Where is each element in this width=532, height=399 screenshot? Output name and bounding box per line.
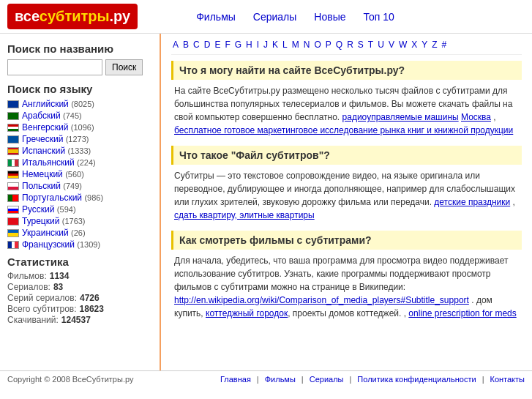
alpha-bar: A B C D E F G H I J K L M N O P Q R S T … (171, 40, 522, 55)
lang-german[interactable]: Немецкий (560) (22, 169, 84, 179)
alpha-v[interactable]: V (387, 40, 396, 50)
alpha-h[interactable]: H (244, 40, 254, 50)
alpha-n[interactable]: N (302, 40, 312, 50)
lang-polish[interactable]: Польский (749) (22, 181, 82, 191)
alpha-r[interactable]: R (345, 40, 355, 50)
lang-ukrainian[interactable]: Украинский (26) (22, 228, 86, 238)
logo[interactable]: всесубтитры.ру (7, 4, 138, 29)
link-kids-holidays[interactable]: детские праздники (434, 197, 510, 207)
alpha-i[interactable]: I (255, 40, 261, 50)
alpha-w[interactable]: W (397, 40, 408, 50)
search-title: Поиск по названию (7, 42, 152, 55)
section-title-1: Что я могу найти на сайте ВсеСубтитры.ру… (171, 61, 522, 80)
lang-russian[interactable]: Русский (594) (22, 204, 76, 215)
search-button[interactable]: Поиск (105, 59, 143, 75)
footer-sep-2: | (301, 375, 304, 384)
flag-ru-icon (7, 206, 19, 214)
alpha-e[interactable]: E (213, 40, 222, 50)
lang-french[interactable]: Французский (1309) (22, 239, 100, 250)
link-marketing[interactable]: бесплатное готовое маркетинговое исследо… (174, 125, 513, 135)
stat-row: Серий сериалов: 4726 (7, 293, 152, 303)
flag-gr-icon (7, 135, 19, 143)
alpha-l[interactable]: L (281, 40, 289, 50)
alpha-c[interactable]: C (192, 40, 201, 50)
lang-greek[interactable]: Греческий (1273) (22, 134, 89, 144)
footer-links: Главная | Фильмы | Сериалы | Политика ко… (220, 375, 525, 384)
link-moscow[interactable]: Москва (461, 112, 491, 122)
alpha-p[interactable]: P (324, 40, 333, 50)
content: A B C D E F G H I J K L M N O P Q R S T … (161, 34, 532, 370)
section-text-3c: , проекты домов коттеджей. , (288, 308, 408, 318)
nav-films[interactable]: Фильмы (196, 11, 236, 23)
lang-hungarian[interactable]: Венгерский (1096) (22, 122, 94, 133)
list-item: Испанский (1333) (7, 146, 152, 156)
section-what-subtitle: Что такое "Файл субтитров"? Субтитры — э… (171, 146, 522, 222)
lang-turkish[interactable]: Турецкий (1763) (22, 216, 86, 226)
stat-row: Фильмов: 1134 (7, 271, 152, 281)
alpha-j[interactable]: J (262, 40, 269, 50)
alpha-q[interactable]: Q (334, 40, 344, 50)
lang-portuguese[interactable]: Португальский (986) (22, 193, 103, 203)
main-nav: Фильмы Сериалы Новые Топ 10 (196, 11, 394, 23)
nav-new[interactable]: Новые (314, 11, 345, 23)
alpha-b[interactable]: B (181, 40, 190, 50)
lang-english[interactable]: Английский (8025) (22, 99, 94, 109)
stat-label: Фильмов: (7, 271, 47, 281)
alpha-k[interactable]: K (271, 40, 280, 50)
footer-link-home[interactable]: Главная (220, 375, 251, 384)
alpha-d[interactable]: D (203, 40, 212, 50)
alpha-o[interactable]: O (312, 40, 322, 50)
footer-link-series[interactable]: Сериалы (310, 375, 344, 384)
alpha-u[interactable]: U (376, 40, 386, 50)
search-input[interactable] (7, 59, 102, 75)
alpha-t[interactable]: T (367, 40, 375, 50)
flag-pl-icon (7, 182, 19, 190)
alpha-x[interactable]: X (410, 40, 419, 50)
link-prescription[interactable]: online prescription for meds (408, 308, 516, 318)
flag-tr-icon (7, 217, 19, 225)
list-item: Португальский (986) (7, 193, 152, 203)
alpha-a[interactable]: A (171, 40, 180, 50)
footer-sep-4: | (482, 375, 484, 384)
link-radio-cars[interactable]: радиоуправляемые машины (342, 112, 459, 122)
alpha-s[interactable]: S (356, 40, 365, 50)
lang-italian[interactable]: Итальянский (224) (22, 157, 96, 168)
flag-ua-icon (7, 229, 19, 237)
link-wikipedia[interactable]: http://en.wikipedia.org/wiki/Comparison_… (174, 295, 469, 305)
alpha-m[interactable]: M (291, 40, 301, 50)
flag-fr-icon (7, 241, 19, 249)
list-item: Польский (749) (7, 181, 152, 191)
alpha-g[interactable]: G (233, 40, 243, 50)
list-item: Французский (1309) (7, 239, 152, 250)
footer-link-films[interactable]: Фильмы (265, 375, 296, 384)
link-cottage-town[interactable]: коттеджный городок (206, 308, 288, 318)
lang-section: Поиск по языку Английский (8025) Арабски… (7, 83, 152, 250)
alpha-f[interactable]: F (223, 40, 231, 50)
section-title-3: Как смотреть фильмы с субтитрами? (171, 231, 522, 250)
alpha-hash[interactable]: # (441, 40, 449, 50)
lang-arabic[interactable]: Арабский (745) (22, 111, 82, 121)
nav-series[interactable]: Сериалы (253, 11, 297, 23)
lang-count: (8025) (71, 100, 94, 108)
stat-value: 124537 (61, 315, 91, 325)
alpha-z[interactable]: Z (430, 40, 438, 50)
lang-list: Английский (8025) Арабский (745) Венгерс… (7, 99, 152, 250)
section-title-2: Что такое "Файл субтитров"? (171, 146, 522, 165)
list-item: Украинский (26) (7, 228, 152, 238)
stat-label: Серий сериалов: (7, 293, 77, 303)
section-how-watch: Как смотреть фильмы с субтитрами? Для на… (171, 231, 522, 320)
list-item: Английский (8025) (7, 99, 152, 109)
flag-gb-icon (7, 100, 19, 108)
link-rent-apt[interactable]: сдать квартиру, элитные квартиры (174, 210, 315, 220)
footer-link-privacy[interactable]: Политика конфиденциальности (357, 375, 476, 384)
footer-sep-3: | (349, 375, 351, 384)
stat-value: 4726 (80, 293, 100, 303)
flag-de-icon (7, 171, 19, 179)
list-item: Венгерский (1096) (7, 122, 152, 133)
list-item: Турецкий (1763) (7, 216, 152, 226)
nav-top10[interactable]: Топ 10 (364, 11, 394, 23)
stat-label: Скачиваний: (7, 315, 59, 325)
alpha-y[interactable]: Y (420, 40, 429, 50)
lang-spanish[interactable]: Испанский (1333) (22, 146, 91, 156)
footer-link-contacts[interactable]: Контакты (490, 375, 525, 384)
